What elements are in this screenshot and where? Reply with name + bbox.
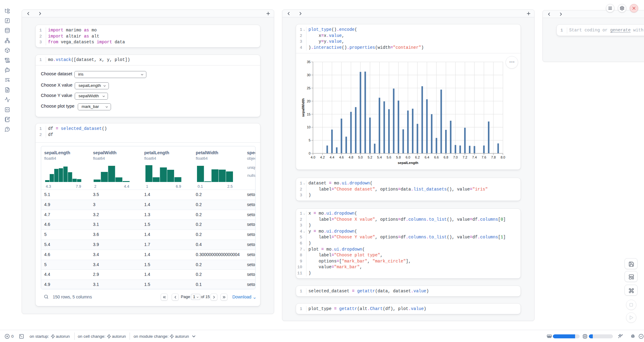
svg-text:8.0: 8.0 bbox=[501, 155, 505, 159]
svg-text:30: 30 bbox=[307, 73, 310, 77]
svg-text:0: 0 bbox=[309, 151, 310, 155]
svg-text:5: 5 bbox=[309, 138, 310, 142]
svg-text:5.6: 5.6 bbox=[387, 155, 391, 159]
svg-text:15: 15 bbox=[307, 112, 310, 116]
svg-text:sepalLength: sepalLength bbox=[398, 161, 418, 165]
svg-text:5.2: 5.2 bbox=[368, 155, 372, 159]
svg-text:6.0: 6.0 bbox=[406, 155, 410, 159]
svg-text:35: 35 bbox=[307, 60, 310, 64]
svg-text:6.2: 6.2 bbox=[415, 155, 420, 159]
svg-text:7.0: 7.0 bbox=[453, 155, 458, 159]
svg-text:4.4: 4.4 bbox=[330, 155, 334, 159]
svg-text:7.2: 7.2 bbox=[463, 155, 467, 159]
svg-text:4.0: 4.0 bbox=[311, 155, 315, 159]
svg-text:7.6: 7.6 bbox=[481, 155, 486, 159]
svg-text:7.4: 7.4 bbox=[472, 155, 477, 159]
svg-text:25: 25 bbox=[307, 86, 310, 90]
svg-text:sepalWidth: sepalWidth bbox=[301, 98, 305, 117]
svg-text:4.6: 4.6 bbox=[339, 155, 344, 159]
svg-text:20: 20 bbox=[307, 99, 310, 103]
svg-text:10: 10 bbox=[307, 125, 310, 129]
svg-text:7.8: 7.8 bbox=[491, 155, 496, 159]
svg-text:6.6: 6.6 bbox=[434, 155, 439, 159]
svg-text:6.8: 6.8 bbox=[444, 155, 448, 159]
svg-text:4.2: 4.2 bbox=[320, 155, 325, 159]
svg-text:5.0: 5.0 bbox=[358, 155, 363, 159]
svg-text:6.4: 6.4 bbox=[424, 155, 429, 159]
svg-text:4.8: 4.8 bbox=[349, 155, 353, 159]
svg-text:5.8: 5.8 bbox=[396, 155, 401, 159]
svg-text:5.4: 5.4 bbox=[377, 155, 382, 159]
